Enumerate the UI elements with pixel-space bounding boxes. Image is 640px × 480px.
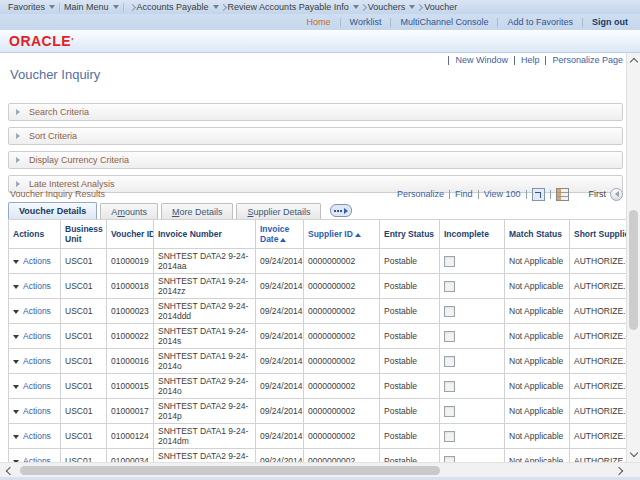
voucher-id-cell: 01000018 [107, 274, 154, 299]
actions-caret-icon[interactable] [13, 260, 19, 264]
breadcrumb-item[interactable]: Main Menu [64, 2, 119, 12]
breadcrumb-item-label: Main Menu [64, 2, 109, 12]
expand-arrow-icon[interactable] [16, 133, 20, 139]
column-header-match-status[interactable]: Match Status [505, 220, 570, 249]
breadcrumb-item[interactable]: Accounts Payable [137, 2, 219, 12]
home-link[interactable]: Home [307, 17, 331, 27]
expand-arrow-icon[interactable] [16, 109, 20, 115]
scroll-down-button[interactable] [630, 449, 638, 457]
section-header[interactable]: Display Currency Criteria [8, 151, 623, 169]
invoice-number-cell: SNHTEST DATA1 9-24-2014o [154, 349, 256, 374]
divider [526, 190, 527, 199]
dropdown-caret-icon[interactable] [49, 5, 55, 9]
tab-voucher-details[interactable]: Voucher Details [8, 202, 97, 219]
add-to-favorites-link[interactable]: Add to Favorites [507, 17, 573, 27]
horizontal-scrollbar[interactable] [0, 462, 640, 478]
scroll-up-button[interactable] [630, 58, 638, 66]
personalize-link[interactable]: Personalize [397, 189, 444, 199]
row-actions-link[interactable]: Actions [23, 431, 51, 441]
actions-caret-icon[interactable] [13, 410, 19, 414]
dropdown-caret-icon[interactable] [113, 5, 119, 9]
table-row: ActionsUSC0101000017SNHTEST DATA2 9-24-2… [9, 399, 628, 424]
row-actions-link[interactable]: Actions [23, 381, 51, 391]
expand-arrow-icon[interactable] [16, 157, 20, 163]
row-actions-link[interactable]: Actions [23, 281, 51, 291]
dropdown-caret-icon[interactable] [213, 5, 219, 9]
invoice-number-cell: SNHTEST DATA2 9-24-2014aa [154, 249, 256, 274]
entry-status-cell: Postable [380, 349, 440, 374]
show-all-tabs-icon[interactable] [330, 204, 352, 217]
actions-caret-icon[interactable] [13, 335, 19, 339]
breadcrumb-item[interactable]: Review Accounts Payable Info [228, 2, 359, 12]
new-window-link[interactable]: New Window [455, 55, 508, 65]
criteria-sections: Search CriteriaSort CriteriaDisplay Curr… [8, 103, 623, 199]
incomplete-checkbox[interactable] [444, 381, 455, 392]
actions-cell: Actions [9, 299, 61, 324]
actions-caret-icon[interactable] [13, 435, 19, 439]
help-link[interactable]: Help [521, 55, 540, 65]
voucher-results-grid: ActionsBusiness UnitVoucher IDInvoice Nu… [8, 219, 627, 462]
breadcrumb-item[interactable]: Voucher [424, 2, 457, 12]
column-header-short-supplier-na[interactable]: Short Supplier Na [570, 220, 628, 249]
column-header-business-unit[interactable]: Business Unit [61, 220, 107, 249]
column-header-voucher-id[interactable]: Voucher ID [107, 220, 154, 249]
incomplete-checkbox[interactable] [444, 356, 455, 367]
column-header-entry-status[interactable]: Entry Status [380, 220, 440, 249]
actions-caret-icon[interactable] [13, 385, 19, 389]
scroll-left-button[interactable] [6, 467, 14, 475]
actions-caret-icon[interactable] [13, 360, 19, 364]
worklist-link[interactable]: Worklist [350, 17, 382, 27]
divider [390, 18, 391, 27]
invoice-date-cell: 09/24/2014 [256, 399, 304, 424]
zoom-grid-icon[interactable] [532, 188, 545, 201]
multichannel-console-link[interactable]: MultiChannel Console [400, 17, 488, 27]
logo-band: ORACLE' [0, 30, 640, 53]
dropdown-caret-icon[interactable] [353, 5, 359, 9]
business-unit-cell: USC01 [61, 374, 107, 399]
column-header-invoice-number[interactable]: Invoice Number [154, 220, 256, 249]
row-actions-link[interactable]: Actions [23, 256, 51, 266]
view-100-link[interactable]: View 100 [484, 189, 521, 199]
column-header-supplier-id[interactable]: Supplier ID [304, 220, 380, 249]
column-header-incomplete[interactable]: Incomplete [440, 220, 505, 249]
download-to-excel-icon[interactable] [556, 188, 569, 201]
tab-supplier-details[interactable]: Supplier Details [236, 203, 321, 219]
tab-more-details[interactable]: More Details [161, 203, 234, 219]
column-header-actions[interactable]: Actions [9, 220, 61, 249]
incomplete-checkbox[interactable] [444, 256, 455, 267]
utility-bar: Home Worklist MultiChannel Console Add t… [0, 14, 640, 30]
incomplete-checkbox[interactable] [444, 431, 455, 442]
section-header[interactable]: Sort Criteria [8, 127, 623, 145]
dropdown-caret-icon[interactable] [409, 5, 415, 9]
breadcrumb-item[interactable]: Vouchers [368, 2, 416, 12]
horizontal-scrollbar-thumb[interactable] [20, 466, 440, 475]
row-actions-link[interactable]: Actions [23, 306, 51, 316]
match-status-cell: Not Applicable [505, 299, 570, 324]
actions-caret-icon[interactable] [13, 285, 19, 289]
row-actions-link[interactable]: Actions [23, 406, 51, 416]
vertical-scrollbar-thumb[interactable] [629, 210, 638, 330]
incomplete-checkbox[interactable] [444, 306, 455, 317]
scroll-right-button[interactable] [615, 467, 623, 475]
incomplete-checkbox[interactable] [444, 281, 455, 292]
find-link[interactable]: Find [455, 189, 473, 199]
entry-status-cell: Postable [380, 424, 440, 449]
section-header[interactable]: Search Criteria [8, 103, 623, 121]
vertical-scrollbar[interactable] [626, 53, 640, 462]
short-supplier-cell: AUTHORIZE.-00 [570, 399, 628, 424]
actions-caret-icon[interactable] [13, 310, 19, 314]
voucher-id-cell: 01000023 [107, 299, 154, 324]
row-actions-link[interactable]: Actions [23, 356, 51, 366]
row-actions-link[interactable]: Actions [23, 331, 51, 341]
first-page-button[interactable] [610, 188, 623, 201]
divider [514, 56, 515, 65]
breadcrumb-item[interactable]: Favorites [8, 2, 55, 12]
supplier-id-cell: 0000000002 [304, 424, 380, 449]
invoice-date-cell: 09/24/2014 [256, 249, 304, 274]
sign-out-link[interactable]: Sign out [592, 17, 628, 27]
incomplete-checkbox[interactable] [444, 406, 455, 417]
tab-amounts[interactable]: Amounts [100, 203, 158, 219]
incomplete-checkbox[interactable] [444, 331, 455, 342]
column-header-invoice-date[interactable]: Invoice Date [256, 220, 304, 249]
personalize-page-link[interactable]: Personalize Page [552, 55, 623, 65]
